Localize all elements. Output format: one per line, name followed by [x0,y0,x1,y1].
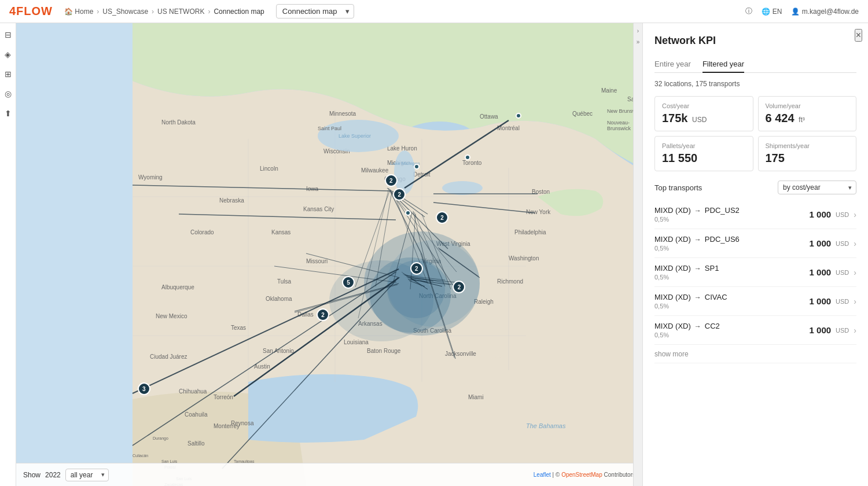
transport-pct-2: 0,5% [654,274,719,281]
transport-cost-unit-0: USD [836,211,849,218]
filter-icon[interactable]: ⊟ [2,29,14,41]
svg-text:The Bahamas: The Bahamas [526,422,566,429]
svg-text:Chihuahua: Chihuahua [179,388,207,395]
chevron-right-mini-icon[interactable]: › [637,28,639,34]
transport-cost-3: 1 000 [810,296,832,306]
map-dot-4[interactable] [516,113,521,119]
map-node-n7[interactable]: 2 [317,308,329,321]
map-node-n8[interactable]: 3 [138,382,150,395]
svg-text:Coahuila: Coahuila [185,411,208,418]
map-node-n3[interactable]: 2 [436,211,448,224]
arrow-icon-2: → [694,264,701,273]
period-select[interactable]: all year Q1 Q2 Q3 Q4 [65,469,109,481]
language-selector[interactable]: 🌐 EN [762,8,782,16]
kpi-grid: Cost/year 175k USD Volume/year 6 424 ft³… [654,96,856,171]
breadcrumb: 🏠 Home › US_Showcase › US NETWORK › Conn… [64,8,264,16]
top-transports-label: Top transports [654,183,702,192]
arrow-icon-0: → [694,207,701,215]
svg-text:Missouri: Missouri [306,258,328,264]
svg-text:San Antonio: San Antonio [263,348,294,354]
transport-from-0: MIXD (XD) [654,206,691,215]
map-dot-1[interactable] [414,164,420,170]
svg-text:Nouveau-: Nouveau- [607,120,630,126]
kpi-pallets: Pallets/year 11 550 [654,136,753,171]
breadcrumb-sep1: › [97,8,99,16]
table-icon[interactable]: ⊞ [2,68,14,80]
kpi-shipments-label: Shipments/year [766,142,849,149]
transport-pct-3: 0,5% [654,303,727,310]
svg-text:Jacksonville: Jacksonville [445,351,476,357]
transport-cost-unit-3: USD [836,298,849,305]
map-attribution: Leaflet | © OpenStreetMap Contributors [534,472,635,478]
map-node-n6[interactable]: 2 [453,281,465,293]
svg-text:Kansas City: Kansas City [303,206,334,212]
transport-cost-0: 1 000 [810,209,832,219]
tab-entire-year[interactable]: Entire year [654,56,691,73]
transport-row-3[interactable]: MIXD (XD) → CIVAC 0,5% 1 000 USD › [654,287,856,316]
bottom-bar: Show 2022 all year Q1 Q2 Q3 Q4 Leaflet |… [16,463,642,486]
attribution-sep: | © [553,472,562,478]
map-node-n5[interactable]: 2 [410,262,423,275]
transport-row-0[interactable]: MIXD (XD) → PDC_US2 0,5% 1 000 USD › [654,200,856,229]
svg-text:Brunswick: Brunswick [607,126,631,131]
breadcrumb-sep2: › [152,8,154,16]
header-left: 4FLOW 🏠 Home › US_Showcase › US NETWORK … [9,4,354,19]
panel-title: Network KPI [654,35,856,47]
transport-cost-4: 1 000 [810,325,832,335]
svg-text:Wyoming: Wyoming [138,174,163,181]
user-account[interactable]: 👤 m.kagel@4flow.de [791,8,859,16]
map-node-n2[interactable]: 2 [393,188,406,201]
help-icon[interactable]: ⓘ [745,6,752,16]
transport-from-4: MIXD (XD) [654,322,691,330]
breadcrumb-network[interactable]: US NETWORK [157,8,204,16]
right-panel: × Network KPI Entire year Filtered year … [642,23,868,486]
view-selector-wrapper: Connection map Flow map Cluster map [276,4,354,19]
tab-filtered-year[interactable]: Filtered year [703,56,744,73]
svg-text:Oklahoma: Oklahoma [266,296,292,302]
leaflet-link[interactable]: Leaflet [534,472,551,478]
layers-icon[interactable]: ◈ [2,49,14,60]
kpi-volume-label: Volume/year [766,102,849,109]
transport-row-2[interactable]: MIXD (XD) → SP1 0,5% 1 000 USD › [654,258,856,287]
transport-cost-unit-4: USD [836,327,849,334]
svg-text:Albuquerque: Albuquerque [161,284,194,290]
svg-text:North Dakota: North Dakota [161,119,196,126]
location-icon[interactable]: ◎ [2,88,14,100]
transport-to-1: PDC_US6 [705,235,740,244]
year-value: 2022 [45,471,61,479]
transport-cost-unit-1: USD [836,240,849,247]
chevron-right-mini-icon2[interactable]: » [637,39,640,45]
arrow-icon-3: → [694,293,701,301]
transport-to-2: SP1 [705,264,719,273]
svg-text:Richmond: Richmond [497,278,523,285]
breadcrumb-showcase[interactable]: US_Showcase [102,8,148,16]
transport-route-1: MIXD (XD) → PDC_US6 [654,235,740,244]
svg-text:Lake Superior: Lake Superior [339,133,371,139]
breadcrumb-home[interactable]: 🏠 Home [64,8,93,16]
breadcrumb-sep3: › [208,8,210,16]
transport-row-1[interactable]: MIXD (XD) → PDC_US6 0,5% 1 000 USD › [654,229,856,258]
svg-text:Milwaukee: Milwaukee [361,167,389,174]
show-more-label[interactable]: show more [654,350,689,358]
svg-text:Nebraska: Nebraska [219,197,244,204]
transport-from-1: MIXD (XD) [654,235,691,244]
svg-text:Toronto: Toronto [462,160,482,166]
map-dot-3[interactable] [405,210,411,216]
svg-text:Colorado: Colorado [190,229,214,235]
map-node-n1[interactable]: 2 [385,174,398,187]
transport-route-2: MIXD (XD) → SP1 [654,264,719,273]
sort-select[interactable]: by cost/year by volume/year by shipments… [778,181,856,194]
panel-close-button[interactable]: × [855,29,862,42]
svg-text:Lincoln: Lincoln [260,165,278,172]
map-node-n4[interactable]: 5 [342,276,355,289]
osm-link[interactable]: OpenStreetMap [561,472,602,478]
upload-icon[interactable]: ⬆ [2,108,14,119]
view-selector[interactable]: Connection map Flow map Cluster map [276,4,354,19]
transport-row-4[interactable]: MIXD (XD) → CC2 0,5% 1 000 USD › [654,316,856,345]
show-label: Show [23,471,41,479]
svg-text:Saint Paul: Saint Paul [318,126,341,131]
svg-text:Texas: Texas [231,325,246,331]
map-dot-2[interactable] [465,154,470,160]
svg-text:Baton Rouge: Baton Rouge [367,348,401,354]
transport-to-0: PDC_US2 [705,206,740,215]
